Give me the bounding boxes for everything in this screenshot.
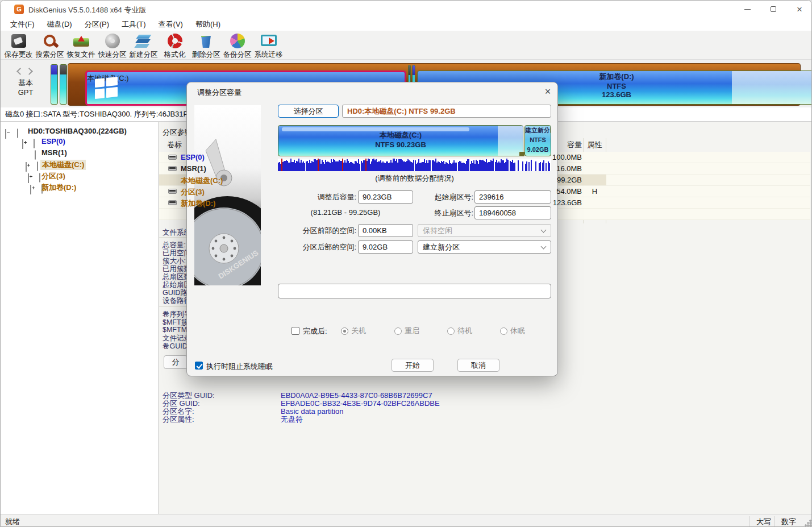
resize-grip[interactable] bbox=[805, 520, 811, 526]
tree-collapse-box[interactable] bbox=[5, 129, 6, 139]
toolbar-delete-partition[interactable]: 删除分区 bbox=[190, 32, 222, 60]
toolbar-quick-partition[interactable]: 快速分区 bbox=[97, 32, 128, 60]
recover-files-icon bbox=[73, 38, 89, 47]
back-space-combo[interactable]: 建立新分区 bbox=[418, 240, 551, 254]
front-space-input[interactable]: 0.00KB bbox=[358, 224, 413, 237]
progress-message-box bbox=[278, 284, 551, 298]
save-icon bbox=[11, 34, 26, 48]
capacity-label: 调整后容量: bbox=[238, 192, 356, 202]
radio-icon bbox=[500, 327, 507, 335]
dialog-partition-name: 本地磁盘(C:) bbox=[278, 130, 523, 140]
partition-tree-panel: HD0:TOSHIBAQ300.(224GB) ESP(0) MSR(1) 本地… bbox=[1, 122, 159, 514]
msr-partition-bar[interactable] bbox=[60, 64, 67, 105]
capacity-input[interactable]: 90.23GB bbox=[358, 190, 413, 204]
toolbar-format[interactable]: 格式化 bbox=[159, 32, 190, 60]
toolbar-search-partition[interactable]: 搜索分区 bbox=[34, 32, 65, 60]
histogram-caption: (调整前的数据分配情况) bbox=[278, 173, 551, 184]
status-ready: 就绪 bbox=[5, 517, 20, 527]
chevron-down-icon bbox=[541, 227, 547, 233]
front-space-label: 分区前部的空间: bbox=[238, 226, 356, 236]
toolbar-recover-files[interactable]: 恢复文件 bbox=[65, 32, 97, 60]
backup-partition-icon bbox=[230, 34, 245, 48]
dialog-partition-info: NTFS 90.23GB bbox=[278, 140, 523, 149]
statusbar: 就绪 大写 数字 bbox=[1, 514, 812, 527]
tree-expand-esp[interactable] bbox=[22, 139, 23, 149]
minimize-button[interactable] bbox=[734, 1, 760, 18]
back-space-input[interactable]: 9.02GB bbox=[358, 240, 413, 254]
detail-label: $MFTM bbox=[163, 326, 187, 334]
menu-view[interactable]: 查看(V) bbox=[152, 19, 189, 30]
quick-partition-icon bbox=[105, 34, 120, 48]
info-row: 分区属性:无盘符 bbox=[163, 414, 303, 425]
end-sector-input[interactable]: 189460058 bbox=[474, 206, 551, 219]
chevron-down-icon bbox=[541, 244, 547, 250]
tree-expand-c[interactable] bbox=[26, 162, 27, 172]
esp-partition-bar[interactable] bbox=[51, 64, 58, 105]
prev-disk-icon[interactable] bbox=[16, 68, 24, 75]
dialog-title: 调整分区容量 bbox=[197, 88, 241, 98]
new-partition-icon bbox=[136, 35, 151, 39]
maximize-icon bbox=[771, 6, 776, 12]
disk-icon bbox=[17, 128, 18, 138]
windows-logo-icon bbox=[95, 77, 118, 99]
detail-panel-button[interactable]: 分 bbox=[164, 355, 188, 369]
tree-item-msr[interactable]: MSR(1) bbox=[41, 148, 67, 157]
dialog-partition-main[interactable]: 本地磁盘(C:) NTFS 90.23GB bbox=[278, 125, 523, 156]
disk-icon bbox=[39, 173, 40, 182]
toolbar-save-changes[interactable]: 保存更改 bbox=[3, 32, 34, 60]
after-done-label: 完成后: bbox=[303, 326, 327, 337]
front-space-combo[interactable]: 保持空闲 bbox=[418, 224, 551, 237]
radio-icon bbox=[341, 327, 348, 335]
tree-expand-partition3[interactable] bbox=[28, 173, 29, 183]
tree-item-c-drive[interactable]: 本地磁盘(C:) bbox=[40, 160, 86, 170]
disk-scheme-label: GPT bbox=[13, 88, 38, 97]
close-button[interactable]: × bbox=[786, 1, 812, 18]
disk-icon bbox=[168, 200, 177, 205]
menu-tools[interactable]: 工具(T) bbox=[115, 19, 152, 30]
tree-item-esp[interactable]: ESP(0) bbox=[41, 137, 65, 146]
radio-icon bbox=[447, 327, 455, 335]
menu-disk[interactable]: 磁盘(D) bbox=[41, 19, 78, 30]
toolbar-system-migration[interactable]: 系统迁移 bbox=[253, 32, 284, 60]
titlebar: G DiskGenius V5.5.0.1488 x64 专业版 × bbox=[1, 1, 812, 18]
radio-restart[interactable]: 重启 bbox=[394, 326, 419, 336]
disk-icon bbox=[37, 161, 38, 171]
tree-root-disk[interactable]: HD0:TOSHIBAQ300.(224GB) bbox=[28, 127, 127, 135]
next-disk-icon[interactable] bbox=[26, 68, 33, 75]
col-header-attr[interactable]: 属性 bbox=[584, 140, 606, 150]
dialog-new-partition-segment[interactable]: 建立新分区 NTFS 9.02GB bbox=[524, 125, 551, 156]
selected-partition-field: HD0:本地磁盘(C:) NTFS 99.2GB bbox=[342, 105, 551, 118]
menubar: 文件(F) 磁盘(D) 分区(P) 工具(T) 查看(V) 帮助(H) bbox=[1, 18, 812, 31]
app-logo-icon: G bbox=[14, 5, 24, 14]
window-title: DiskGenius V5.5.0.1488 x64 专业版 bbox=[28, 5, 146, 15]
radio-standby[interactable]: 待机 bbox=[447, 326, 472, 336]
toolbar-new-partition[interactable]: 新建分区 bbox=[128, 32, 159, 60]
partition-d-name: 新加卷(D:) bbox=[418, 72, 812, 82]
start-sector-label: 起始扇区号: bbox=[424, 192, 473, 202]
dialog-close-button[interactable]: × bbox=[540, 85, 555, 98]
tree-item-partition3[interactable]: 分区(3) bbox=[41, 171, 65, 181]
end-sector-label: 终止扇区号: bbox=[424, 208, 473, 218]
prevent-sleep-checkbox[interactable] bbox=[195, 362, 203, 370]
minimize-icon bbox=[744, 9, 751, 10]
menu-file[interactable]: 文件(F) bbox=[4, 19, 41, 30]
radio-hibernate[interactable]: 休眠 bbox=[500, 326, 525, 336]
menu-help[interactable]: 帮助(H) bbox=[189, 19, 227, 30]
tree-expand-d[interactable] bbox=[30, 185, 31, 194]
menu-partition[interactable]: 分区(P) bbox=[78, 19, 115, 30]
search-icon bbox=[43, 34, 57, 48]
after-done-checkbox[interactable] bbox=[292, 327, 299, 335]
col-header-volume[interactable]: 卷标 bbox=[167, 140, 182, 150]
disk-icon bbox=[168, 155, 177, 160]
capacity-range: (81.21GB - 99.25GB) bbox=[278, 208, 413, 217]
maximize-button[interactable] bbox=[760, 1, 786, 18]
close-icon: × bbox=[797, 5, 802, 14]
start-button[interactable]: 开始 bbox=[392, 359, 434, 372]
toolbar-backup-partition[interactable]: 备份分区 bbox=[222, 32, 253, 60]
select-partition-button[interactable]: 选择分区 bbox=[278, 105, 339, 118]
system-migration-icon bbox=[261, 35, 277, 46]
cancel-button[interactable]: 取消 bbox=[457, 359, 499, 372]
radio-shutdown[interactable]: 关机 bbox=[341, 326, 366, 336]
tree-item-d-drive[interactable]: 新加卷(D:) bbox=[41, 182, 76, 193]
dialog-partition-bar: 本地磁盘(C:) NTFS 90.23GB 建立新分区 NTFS 9.02GB bbox=[278, 125, 551, 156]
